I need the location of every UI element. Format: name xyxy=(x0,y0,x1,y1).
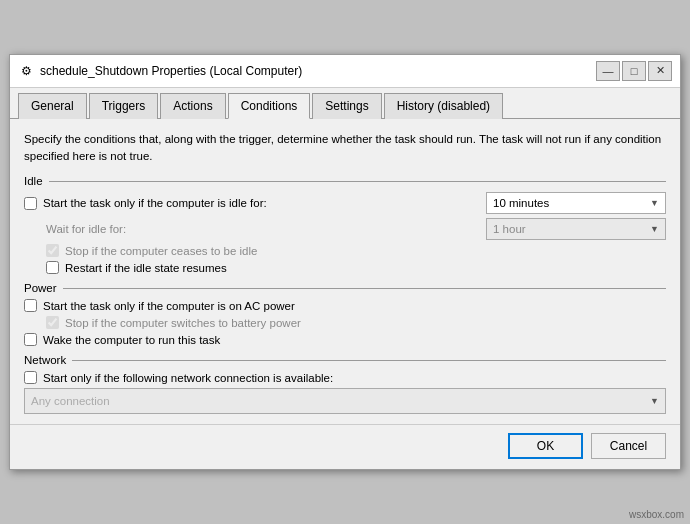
app-icon: ⚙ xyxy=(18,63,34,79)
idle-restart-checkbox-group: Restart if the idle state resumes xyxy=(46,261,227,274)
idle-stop-row: Stop if the computer ceases to be idle xyxy=(24,244,666,257)
wait-for-label: Wait for idle for: xyxy=(24,223,126,235)
network-start-checkbox[interactable] xyxy=(24,371,37,384)
power-ac-row: Start the task only if the computer is o… xyxy=(24,299,666,312)
description-text: Specify the conditions that, along with … xyxy=(24,131,666,166)
power-wake-row: Wake the computer to run this task xyxy=(24,333,666,346)
power-battery-row: Stop if the computer switches to battery… xyxy=(24,316,666,329)
tab-history[interactable]: History (disabled) xyxy=(384,93,503,119)
power-wake-checkbox[interactable] xyxy=(24,333,37,346)
window-title: schedule_Shutdown Properties (Local Comp… xyxy=(40,64,596,78)
watermark: wsxbox.com xyxy=(629,509,684,520)
idle-restart-row: Restart if the idle state resumes xyxy=(24,261,666,274)
idle-duration-arrow: ▼ xyxy=(650,198,659,208)
idle-restart-checkbox[interactable] xyxy=(46,261,59,274)
tab-settings[interactable]: Settings xyxy=(312,93,381,119)
tab-general[interactable]: General xyxy=(18,93,87,119)
idle-section-header: Idle xyxy=(24,175,666,187)
tab-conditions[interactable]: Conditions xyxy=(228,93,311,119)
power-wake-checkbox-group: Wake the computer to run this task xyxy=(24,333,220,346)
idle-start-checkbox-group: Start the task only if the computer is i… xyxy=(24,197,267,210)
network-connection-value: Any connection xyxy=(31,395,110,407)
title-bar-controls: — □ ✕ xyxy=(596,61,672,81)
idle-duration-dropdown[interactable]: 10 minutes ▼ xyxy=(486,192,666,214)
main-window: ⚙ schedule_Shutdown Properties (Local Co… xyxy=(9,54,681,471)
power-section-header: Power xyxy=(24,282,666,294)
network-connection-dropdown[interactable]: Any connection ▼ xyxy=(24,388,666,414)
power-battery-label: Stop if the computer switches to battery… xyxy=(65,317,301,329)
network-dropdown-arrow: ▼ xyxy=(650,396,659,406)
title-bar: ⚙ schedule_Shutdown Properties (Local Co… xyxy=(10,55,680,88)
wait-idle-arrow: ▼ xyxy=(650,224,659,234)
tab-content: Specify the conditions that, along with … xyxy=(10,119,680,425)
tab-triggers[interactable]: Triggers xyxy=(89,93,159,119)
idle-start-checkbox[interactable] xyxy=(24,197,37,210)
ok-button[interactable]: OK xyxy=(508,433,583,459)
idle-start-label: Start the task only if the computer is i… xyxy=(43,197,267,209)
cancel-button[interactable]: Cancel xyxy=(591,433,666,459)
power-wake-label: Wake the computer to run this task xyxy=(43,334,220,346)
footer: OK Cancel xyxy=(10,424,680,469)
wait-idle-row: Wait for idle for: 1 hour ▼ xyxy=(24,218,666,240)
network-start-row: Start only if the following network conn… xyxy=(24,371,666,384)
idle-stop-checkbox-group: Stop if the computer ceases to be idle xyxy=(46,244,257,257)
idle-stop-checkbox[interactable] xyxy=(46,244,59,257)
power-battery-checkbox[interactable] xyxy=(46,316,59,329)
power-ac-checkbox[interactable] xyxy=(24,299,37,312)
minimize-button[interactable]: — xyxy=(596,61,620,81)
wait-idle-dropdown[interactable]: 1 hour ▼ xyxy=(486,218,666,240)
power-battery-checkbox-group: Stop if the computer switches to battery… xyxy=(46,316,301,329)
network-start-label: Start only if the following network conn… xyxy=(43,372,333,384)
idle-restart-label: Restart if the idle state resumes xyxy=(65,262,227,274)
power-ac-label: Start the task only if the computer is o… xyxy=(43,300,295,312)
network-section-header: Network xyxy=(24,354,666,366)
idle-start-row: Start the task only if the computer is i… xyxy=(24,192,666,214)
close-button[interactable]: ✕ xyxy=(648,61,672,81)
power-ac-checkbox-group: Start the task only if the computer is o… xyxy=(24,299,295,312)
network-start-checkbox-group: Start only if the following network conn… xyxy=(24,371,333,384)
maximize-button[interactable]: □ xyxy=(622,61,646,81)
tab-actions[interactable]: Actions xyxy=(160,93,225,119)
idle-stop-label: Stop if the computer ceases to be idle xyxy=(65,245,257,257)
tab-bar: General Triggers Actions Conditions Sett… xyxy=(10,88,680,119)
